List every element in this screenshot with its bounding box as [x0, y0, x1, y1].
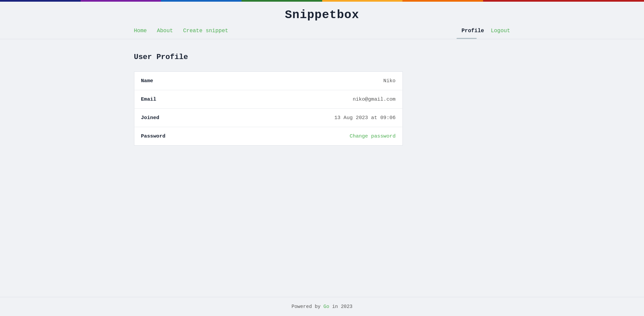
field-value-joined: 13 Aug 2023 at 09:06 [184, 109, 402, 127]
nav-home[interactable]: Home [134, 28, 147, 34]
nav-right: Profile Logout [462, 28, 510, 34]
field-label-joined: Joined [134, 109, 184, 127]
footer-go-link[interactable]: Go [324, 304, 329, 309]
table-row: Name Niko [134, 72, 402, 90]
profile-table: Name Niko Email niko@gmail.com Joined 13… [134, 71, 403, 146]
table-row: Password Change password [134, 127, 402, 146]
footer: Powered by Go in 2023 [0, 297, 644, 316]
field-value-password: Change password [184, 127, 402, 146]
nav-profile[interactable]: Profile [462, 28, 484, 34]
field-value-name: Niko [184, 72, 402, 90]
nav-left: Home About Create snippet [134, 28, 228, 34]
nav-underline [457, 38, 477, 39]
table-row: Joined 13 Aug 2023 at 09:06 [134, 109, 402, 127]
page-heading: User Profile [134, 53, 510, 61]
field-label-password: Password [134, 127, 184, 146]
field-value-email: niko@gmail.com [184, 90, 402, 109]
main-content: User Profile Name Niko Email niko@gmail.… [121, 39, 524, 297]
site-header: Snippetbox Home About Create snippet Pro… [0, 2, 644, 39]
table-row: Email niko@gmail.com [134, 90, 402, 109]
field-label-name: Name [134, 72, 184, 90]
nav-create-snippet[interactable]: Create snippet [183, 28, 228, 34]
footer-text-after: in 2023 [332, 304, 352, 309]
field-label-email: Email [134, 90, 184, 109]
footer-text-before: Powered by [292, 304, 320, 309]
change-password-link[interactable]: Change password [350, 133, 396, 139]
nav-bar: Home About Create snippet Profile Logout [121, 28, 524, 38]
nav-about[interactable]: About [157, 28, 173, 34]
nav-underline-container [121, 38, 524, 39]
site-title: Snippetbox [0, 8, 644, 22]
nav-logout[interactable]: Logout [491, 28, 510, 34]
